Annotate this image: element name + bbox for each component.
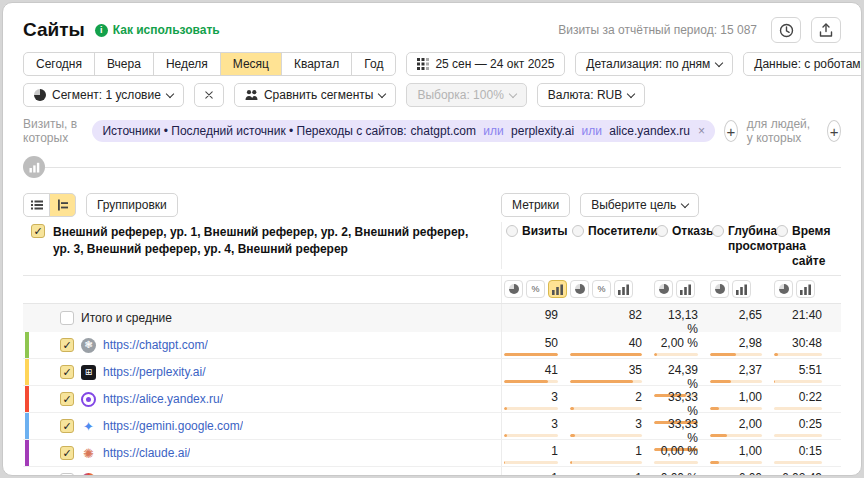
sites-report-page: Сайты i Как использовать Визиты за отчёт…: [2, 2, 862, 476]
period-button[interactable]: Год: [351, 52, 396, 76]
metric-header-4[interactable]: Глубина просмотра: [708, 222, 772, 269]
row-left: ✓❃https://chatgpt.com/: [23, 332, 501, 358]
bar-toggle-button[interactable]: [796, 280, 815, 298]
site-link[interactable]: https://alice.yandex.ru/: [103, 392, 223, 406]
pie-toggle-button[interactable]: [654, 280, 673, 298]
flat-list-view-button[interactable]: [23, 193, 50, 217]
row-checkbox[interactable]: ✓: [60, 446, 74, 460]
add-visit-condition-button[interactable]: +: [724, 120, 738, 142]
pie-toggle-button[interactable]: [774, 280, 793, 298]
bar-toggle-button[interactable]: [614, 280, 633, 298]
metric-help-icon: [506, 225, 518, 237]
metric-header-5[interactable]: Время на сайте: [772, 222, 842, 269]
bar-toggle-icon: [618, 284, 629, 295]
sampling-dropdown[interactable]: Выборка: 100%: [406, 83, 526, 107]
export-button[interactable]: [811, 17, 841, 43]
site-link[interactable]: https://chatgpt.com/: [103, 338, 208, 352]
period-button[interactable]: Неделя: [153, 52, 221, 76]
period-button[interactable]: Сегодня: [23, 52, 95, 76]
metric-value: 1: [568, 467, 652, 476]
date-range-button[interactable]: 25 сен — 24 окт 2025: [406, 52, 565, 76]
metric-toggle-group: %: [568, 276, 652, 303]
metric-value: 30:48: [772, 332, 842, 358]
compare-segments-dropdown[interactable]: Сравнить сегменты: [234, 83, 397, 107]
pie-toggle-icon: [509, 284, 519, 294]
period-button[interactable]: Квартал: [281, 52, 352, 76]
copilot-icon: [81, 473, 96, 477]
metric-bar: [710, 353, 762, 356]
row-color-stripe: [25, 413, 29, 439]
row-values: 110,00 %6,006:02:49: [501, 467, 841, 476]
metric-bar: [774, 461, 822, 464]
metric-value-text: 1,00: [739, 390, 762, 404]
metric-value: 2,98: [708, 332, 772, 358]
metric-toggle-group: [772, 276, 842, 303]
period-button[interactable]: Вчера: [94, 52, 154, 76]
bar-toggle-button[interactable]: [548, 280, 567, 298]
metric-help-icon: [712, 225, 724, 237]
select-all-checkbox[interactable]: ✓: [31, 224, 45, 238]
row-checkbox[interactable]: ✓: [60, 338, 74, 352]
metric-value-text: 1: [551, 471, 558, 476]
bar-toggle-button[interactable]: [676, 280, 695, 298]
metric-value: 0,00 %: [652, 467, 708, 476]
currency-dropdown[interactable]: Валюта: RUB: [537, 83, 645, 107]
remove-filter-icon[interactable]: ×: [698, 124, 705, 138]
metric-value-text: 50: [545, 336, 558, 350]
clear-segment-button[interactable]: [194, 83, 224, 107]
row-values: 110,00 %1,000:15: [501, 440, 841, 466]
chevron-down-icon: [509, 89, 517, 97]
pie-toggle-button[interactable]: [570, 280, 589, 298]
chart-toggle-button[interactable]: [23, 156, 45, 178]
detail-dropdown[interactable]: Детализация: по дням: [575, 52, 733, 76]
metric-value: 1: [568, 440, 652, 466]
tree-view-button[interactable]: [49, 193, 76, 217]
metric-header-1[interactable]: Визиты: [502, 222, 568, 269]
dimension-header: ✓ Внешний реферер, ур. 1, Внешний рефере…: [23, 222, 501, 269]
metric-toggle-group: [652, 276, 708, 303]
totals-label: Итого и средние: [81, 311, 172, 325]
metric-bar: [570, 380, 642, 383]
metric-value-text: 0,00 %: [661, 444, 698, 458]
metric-value-text: 1,00: [739, 444, 762, 458]
row-checkbox[interactable]: [60, 473, 74, 476]
metric-value: 50: [502, 332, 568, 358]
groupings-label: Группировки: [97, 198, 167, 212]
site-link[interactable]: https://gemini.google.com/: [103, 419, 243, 433]
filter-or-label: или: [578, 124, 605, 138]
metric-bar: [774, 380, 822, 383]
period-button[interactable]: Месяц: [220, 52, 282, 76]
table-row: ✓❃https://chatgpt.com/50402,00 %2,9830:4…: [23, 332, 841, 359]
metrics-button[interactable]: Метрики: [501, 193, 570, 217]
claude-icon: ✺: [81, 446, 96, 461]
filter-condition-text: Источники • Последний источник • Переход…: [102, 124, 406, 138]
site-link[interactable]: https://perplexity.ai/: [103, 365, 206, 379]
row-checkbox[interactable]: ✓: [60, 419, 74, 433]
pct-toggle-button[interactable]: %: [526, 280, 545, 298]
groupings-button[interactable]: Группировки: [86, 193, 178, 217]
site-link[interactable]: https://claude.ai/: [103, 446, 190, 460]
metric-header-3[interactable]: Отказы: [652, 222, 708, 269]
row-checkbox[interactable]: ✓: [60, 365, 74, 379]
metric-header-2[interactable]: Посетители: [568, 222, 652, 269]
segment-dropdown[interactable]: Сегмент: 1 условие: [23, 83, 184, 107]
filter-condition-pill[interactable]: Источники • Последний источник • Переход…: [92, 120, 715, 142]
metric-value-text: 3: [635, 417, 642, 431]
goal-dropdown[interactable]: Выберите цель: [580, 193, 699, 217]
pct-toggle-button[interactable]: %: [592, 280, 611, 298]
add-people-condition-button[interactable]: +: [827, 120, 841, 142]
filter-or-label: или: [480, 124, 507, 138]
row-checkbox[interactable]: ✓: [60, 392, 74, 406]
pie-toggle-button[interactable]: [504, 280, 523, 298]
history-button[interactable]: [771, 17, 801, 43]
data-mode-dropdown[interactable]: Данные: с роботами: [743, 52, 862, 76]
totals-checkbox[interactable]: [60, 311, 74, 325]
bar-toggle-button[interactable]: [732, 280, 751, 298]
chart-bars-icon: [29, 162, 40, 173]
row-color-stripe: [25, 332, 29, 358]
metric-value-text: 3: [551, 390, 558, 404]
how-to-use-link[interactable]: i Как использовать: [95, 23, 220, 37]
pie-toggle-button[interactable]: [710, 280, 729, 298]
site-link[interactable]: https://copilot.microsoft.com/: [103, 473, 255, 476]
row-color-stripe: [25, 359, 29, 385]
